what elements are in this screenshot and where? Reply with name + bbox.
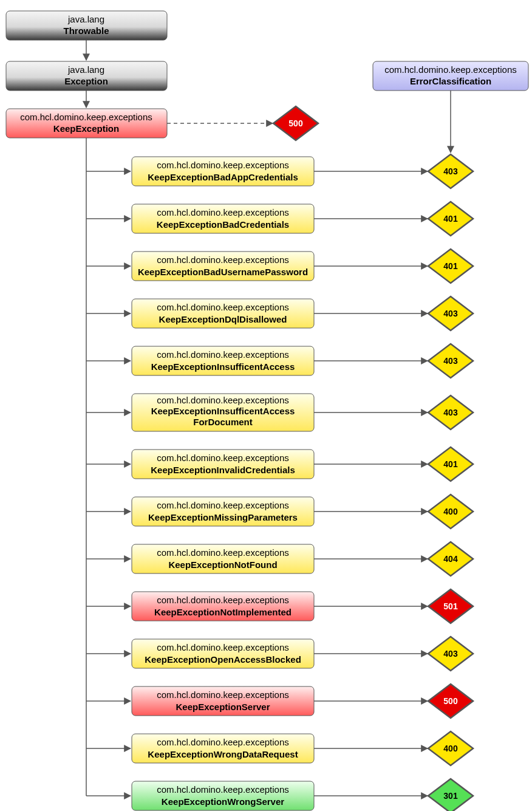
code-8: 404 (443, 554, 458, 564)
class-diagram: java.lang Throwable java.lang Exception … (0, 0, 532, 811)
child-package-6: com.hcl.domino.keep.exceptions (157, 453, 289, 463)
diamond-9: 501 (428, 589, 473, 623)
child-name-12: KeepExceptionWrongDataRequest (148, 749, 298, 759)
code-1: 401 (443, 214, 458, 224)
diamond-2: 401 (428, 249, 473, 283)
code-5: 403 (443, 408, 458, 417)
exception-package: java.lang (67, 64, 104, 75)
diamond-6: 401 (428, 447, 473, 481)
node-child-13: com.hcl.domino.keep.exceptionsKeepExcept… (132, 781, 314, 810)
keep-exception-package: com.hcl.domino.keep.exceptions (20, 112, 152, 122)
code-10: 403 (443, 649, 458, 659)
diamond-13: 301 (428, 779, 473, 811)
child-name-0: KeepExceptionBadAppCredentials (148, 172, 298, 182)
child-package-1: com.hcl.domino.keep.exceptions (157, 207, 289, 217)
node-throwable: java.lang Throwable (6, 11, 167, 40)
diamond-5: 403 (428, 395, 473, 429)
code-2: 401 (443, 261, 458, 271)
child-package-2: com.hcl.domino.keep.exceptions (157, 255, 289, 265)
node-child-8: com.hcl.domino.keep.exceptionsKeepExcept… (132, 544, 314, 573)
child-name-9: KeepExceptionNotImplemented (154, 607, 292, 617)
diamond-8: 404 (428, 542, 473, 576)
node-child-1: com.hcl.domino.keep.exceptionsKeepExcept… (132, 204, 314, 233)
diamond-1: 401 (428, 202, 473, 236)
child-package-4: com.hcl.domino.keep.exceptions (157, 349, 289, 360)
code-7: 400 (443, 507, 458, 516)
node-child-0: com.hcl.domino.keep.exceptionsKeepExcept… (132, 157, 314, 186)
node-exception: java.lang Exception (6, 61, 167, 91)
throwable-name: Throwable (63, 26, 109, 36)
exception-name: Exception (64, 76, 108, 86)
child-name-7: KeepExceptionMissingParameters (148, 512, 298, 522)
code-11: 500 (443, 696, 458, 706)
child-name-11: KeepExceptionServer (176, 702, 270, 712)
child-name-13: KeepExceptionWrongServer (162, 796, 284, 807)
child-package-0: com.hcl.domino.keep.exceptions (157, 160, 289, 170)
child-name-2: KeepExceptionBadUsernamePassword (138, 267, 308, 277)
child-package-8: com.hcl.domino.keep.exceptions (157, 547, 289, 558)
child-name-8: KeepExceptionNotFound (168, 559, 277, 570)
diamond-keep-500: 500 (273, 106, 318, 140)
code-4: 403 (443, 356, 458, 366)
diamond-3: 403 (428, 296, 473, 330)
child-name-5: KeepExceptionInsufficentAccess (151, 406, 295, 416)
diamond-0: 403 (428, 154, 473, 188)
code-12: 400 (443, 744, 458, 753)
child-package-11: com.hcl.domino.keep.exceptions (157, 690, 289, 700)
code-0: 403 (443, 166, 458, 176)
child-name-3: KeepExceptionDqlDisallowed (159, 314, 287, 324)
node-child-10: com.hcl.domino.keep.exceptionsKeepExcept… (132, 639, 314, 668)
diamond-11: 500 (428, 684, 473, 718)
child-name-4: KeepExceptionInsufficentAccess (151, 361, 295, 372)
node-child-2: com.hcl.domino.keep.exceptionsKeepExcept… (132, 252, 314, 281)
node-child-6: com.hcl.domino.keep.exceptionsKeepExcept… (132, 450, 314, 479)
node-child-7: com.hcl.domino.keep.exceptionsKeepExcept… (132, 497, 314, 526)
error-classification-name: ErrorClassification (410, 76, 491, 86)
code-9: 501 (443, 601, 458, 611)
child-package-5: com.hcl.domino.keep.exceptions (157, 395, 289, 405)
node-child-12: com.hcl.domino.keep.exceptionsKeepExcept… (132, 734, 314, 763)
diamond-10: 403 (428, 637, 473, 671)
code-3: 403 (443, 309, 458, 318)
child-package-9: com.hcl.domino.keep.exceptions (157, 595, 289, 605)
node-error-classification: com.hcl.domino.keep.exceptions ErrorClas… (373, 61, 528, 91)
diamond-4: 403 (428, 344, 473, 378)
child-name2-5: ForDocument (193, 417, 253, 427)
error-classification-package: com.hcl.domino.keep.exceptions (384, 64, 517, 75)
diamond-7: 400 (428, 494, 473, 529)
node-child-11: com.hcl.domino.keep.exceptionsKeepExcept… (132, 686, 314, 716)
node-keep-exception: com.hcl.domino.keep.exceptions KeepExcep… (6, 109, 167, 138)
child-package-3: com.hcl.domino.keep.exceptions (157, 302, 289, 312)
throwable-package: java.lang (67, 14, 104, 24)
code-13: 301 (443, 791, 458, 801)
node-child-4: com.hcl.domino.keep.exceptionsKeepExcept… (132, 346, 314, 375)
children-container: com.hcl.domino.keep.exceptionsKeepExcept… (86, 138, 473, 811)
code-6: 401 (443, 459, 458, 469)
child-name-1: KeepExceptionBadCredentials (157, 219, 289, 230)
child-package-13: com.hcl.domino.keep.exceptions (157, 784, 289, 795)
child-name-6: KeepExceptionInvalidCredentials (151, 465, 295, 475)
child-name-10: KeepExceptionOpenAccessBlocked (145, 654, 301, 665)
node-child-3: com.hcl.domino.keep.exceptionsKeepExcept… (132, 299, 314, 328)
node-child-9: com.hcl.domino.keep.exceptionsKeepExcept… (132, 592, 314, 621)
keep-exception-name: KeepException (53, 123, 119, 134)
child-package-7: com.hcl.domino.keep.exceptions (157, 500, 289, 510)
child-package-12: com.hcl.domino.keep.exceptions (157, 737, 289, 747)
code-500: 500 (288, 118, 303, 128)
diamond-12: 400 (428, 731, 473, 765)
node-child-5: com.hcl.domino.keep.exceptionsKeepExcept… (132, 394, 314, 431)
child-package-10: com.hcl.domino.keep.exceptions (157, 642, 289, 652)
